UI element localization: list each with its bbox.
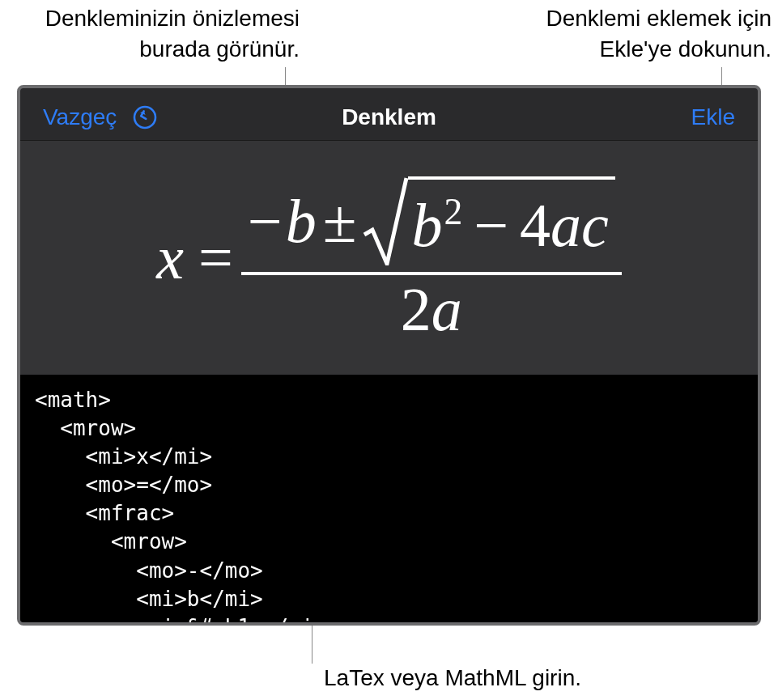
code-input[interactable]: <math> <mrow> <mi>x</mi> <mo>=</mo> <mfr… <box>20 375 758 622</box>
insert-button[interactable]: Ekle <box>691 104 735 130</box>
panel-title: Denklem <box>342 104 436 130</box>
equation-preview-area: x = −b± b2−4ac <box>20 140 758 375</box>
equation-preview: x = −b± b2−4ac <box>156 176 622 340</box>
callout-insert: Denklemi eklemek için Ekle'ye dokunun. <box>448 3 772 65</box>
callout-insert-line1: Denklemi eklemek için <box>546 6 772 31</box>
callout-code-hint: LaTex veya MathML girin. <box>324 663 729 694</box>
toolbar: Vazgeç Denklem Ekle <box>20 88 758 140</box>
cancel-button[interactable]: Vazgeç <box>43 104 117 130</box>
callout-code-hint-text: LaTex veya MathML girin. <box>324 665 581 690</box>
toolbar-left-group: Vazgeç <box>43 104 159 131</box>
callout-preview-line2: burada görünür. <box>139 36 300 62</box>
equation-editor-panel: Vazgeç Denklem Ekle x = −b± <box>17 85 761 626</box>
undo-icon[interactable] <box>131 104 159 131</box>
callout-preview: Denkleminizin önizlemesi burada görünür. <box>0 3 300 65</box>
callout-preview-line1: Denkleminizin önizlemesi <box>45 6 300 31</box>
callout-insert-line2: Ekle'ye dokunun. <box>600 36 772 62</box>
